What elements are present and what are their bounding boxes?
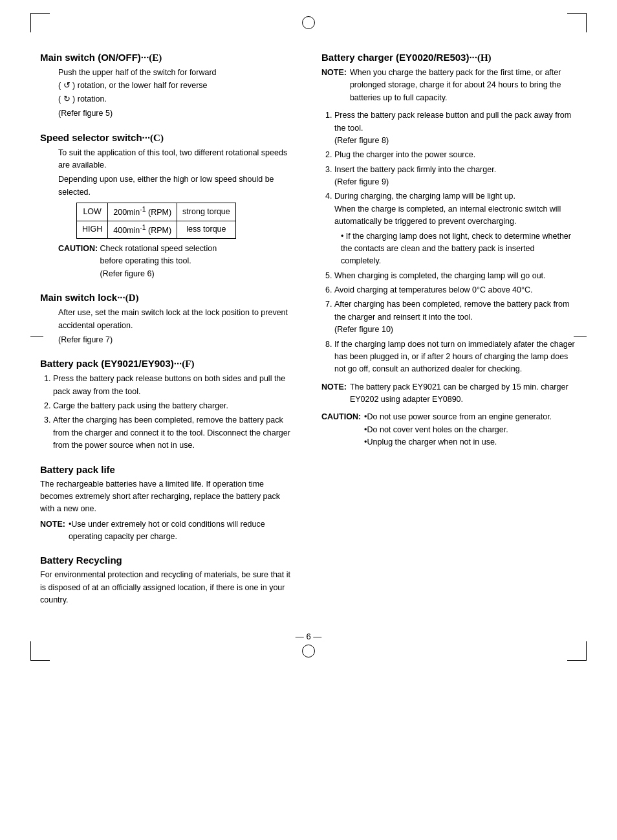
left-column: Main switch (ON/OFF)···(E) Push the uppe… [37, 52, 299, 619]
section-battery-pack: Battery pack (EY9021/EY903)···(F) Press … [40, 358, 296, 452]
section-body-battery-recycling: For environmental protection and recycli… [40, 569, 296, 606]
note-text-battery-life: •Use under extremely hot or cold conditi… [69, 518, 296, 544]
section-body-speed-selector: To suit the application of this tool, tw… [58, 147, 296, 281]
note-label-charger2: NOTE: [321, 381, 347, 406]
section-title-speed-selector: Speed selector switch···(C) [40, 132, 296, 144]
charger-step5: When charging is completed, the charging… [334, 270, 577, 282]
corner-mark-bl [30, 641, 50, 661]
main-switch-text1: Push the upper half of the switch for fo… [58, 67, 296, 105]
charger-note-top: NOTE: When you charge the battery pack f… [321, 67, 577, 104]
page-number: 6 [306, 632, 310, 641]
section-title-battery-recycling: Battery Recycling [40, 555, 296, 566]
symbol-f: (F) [182, 359, 194, 369]
speed-row-high: HIGH 400min-1 (RPM) less torque [77, 221, 236, 239]
page: Main switch (ON/OFF)···(E) Push the uppe… [30, 13, 587, 661]
symbol-d: (D) [125, 293, 139, 303]
section-speed-selector: Speed selector switch···(C) To suit the … [40, 132, 296, 281]
note-text-charger2: The battery pack EY9021 can be charged b… [350, 381, 577, 406]
caution-label-speed: CAUTION: [58, 243, 100, 280]
speed-intro1: To suit the application of this tool, tw… [58, 147, 296, 172]
charger-note2: NOTE: The battery pack EY9021 can be cha… [321, 381, 577, 406]
main-switch-refer: (Refer figure 5) [58, 107, 296, 120]
section-body-battery-pack: Press the battery pack release buttons o… [40, 373, 296, 452]
section-title-main-switch-lock: Main switch lock···(D) [40, 292, 296, 304]
two-column-content: Main switch (ON/OFF)···(E) Push the uppe… [37, 52, 580, 619]
section-main-switch-lock: Main switch lock···(D) After use, set th… [40, 292, 296, 346]
page-number-dash-right: — [313, 632, 321, 641]
section-title-battery-charger: Battery charger (EY0020/RE503)···(H) [321, 52, 577, 63]
speed-table: LOW 200min-1 (RPM) strong torque HIGH 40… [76, 203, 236, 239]
battery-pack-step2: Carge the battery pack using the battery… [53, 400, 296, 412]
speed-intro2: Depending upon use, either the high or l… [58, 173, 296, 199]
speed-high-rpm: 400min-1 (RPM) [108, 221, 177, 239]
speed-low-rpm: 200min-1 (RPM) [108, 203, 177, 221]
battery-life-text: The rechargeable batteries have a limite… [40, 478, 296, 516]
charger-step4-bullet1: If the charging lamp does not light, che… [341, 230, 577, 268]
charger-step6: Avoid charging at temperatures below 0°C… [334, 284, 577, 296]
caution-charger-bullet3: •Unplug the charger when not in use. [364, 437, 497, 447]
main-switch-lock-refer: (Refer figure 7) [58, 334, 296, 346]
battery-pack-step3: After the charging has been completed, r… [53, 414, 296, 452]
section-body-main-switch: Push the upper half of the switch for fo… [58, 67, 296, 120]
symbol-c: (C) [150, 133, 164, 143]
section-title-main-switch: Main switch (ON/OFF)···(E) [40, 52, 296, 63]
note-label-battery-life: NOTE: [40, 518, 65, 544]
charger-step2: Plug the charger into the power source. [334, 149, 577, 161]
side-mark-right [574, 337, 587, 337]
battery-pack-steps: Press the battery pack release buttons o… [53, 373, 296, 452]
section-title-battery-pack-life: Battery pack life [40, 464, 296, 475]
bottom-registration-mark [302, 645, 315, 658]
corner-mark-tl [30, 13, 50, 32]
battery-pack-step1: Press the battery pack release buttons o… [53, 373, 296, 398]
caution-charger-bullet2: •Do not cover vent holes on the charger. [364, 425, 508, 434]
charger-step3: Insert the battery pack firmly into the … [334, 164, 577, 189]
charger-step8: If the charging lamp does not turn on im… [334, 338, 577, 376]
caution-label-charger: CAUTION: [321, 411, 361, 423]
symbol-e: (E) [149, 52, 162, 63]
symbol-h: (H) [477, 52, 492, 63]
section-battery-pack-life: Battery pack life The rechargeable batte… [40, 464, 296, 544]
battery-life-note: NOTE: •Use under extremely hot or cold c… [40, 518, 296, 544]
section-battery-recycling: Battery Recycling For environmental prot… [40, 555, 296, 606]
battery-recycling-text: For environmental protection and recycli… [40, 569, 296, 606]
speed-caution: CAUTION: Check rotational speed selectio… [58, 243, 296, 280]
corner-mark-tr [567, 13, 587, 32]
section-body-battery-pack-life: The rechargeable batteries have a limite… [40, 478, 296, 544]
speed-row-low: LOW 200min-1 (RPM) strong torque [77, 203, 236, 221]
section-body-main-switch-lock: After use, set the main switch lock at t… [58, 307, 296, 346]
top-registration-mark [302, 16, 315, 29]
charger-steps: Press the battery pack release button an… [334, 109, 577, 376]
main-switch-lock-text: After use, set the main switch lock at t… [58, 307, 296, 332]
note-label-charger-top: NOTE: [321, 67, 347, 104]
speed-low-label: LOW [77, 203, 108, 221]
page-footer: — 6 — [37, 632, 580, 641]
corner-mark-br [567, 641, 587, 661]
caution-text-charger: •Do not use power source from an engine … [364, 411, 552, 448]
speed-low-torque: strong torque [177, 203, 236, 221]
speed-high-label: HIGH [77, 221, 108, 239]
section-title-battery-pack: Battery pack (EY9021/EY903)···(F) [40, 358, 296, 370]
caution-text-speed: Check rotational speed selectionbefore o… [100, 243, 217, 280]
page-number-dash-left: — [296, 632, 307, 641]
side-mark-left [30, 337, 43, 337]
speed-high-torque: less torque [177, 221, 236, 239]
charger-step7: After charging has been completed, remov… [334, 298, 577, 336]
charger-step4-bullets: If the charging lamp does not light, che… [341, 230, 577, 268]
note-text-charger-top: When you charge the battery pack for the… [350, 67, 577, 104]
caution-charger-bullet1: •Do not use power source from an engine … [364, 412, 552, 421]
charger-step4: During charging, the charging lamp will … [334, 190, 577, 267]
charger-step1: Press the battery pack release button an… [334, 109, 577, 147]
right-column: Battery charger (EY0020/RE503)···(H) NOT… [318, 52, 580, 619]
section-body-battery-charger: NOTE: When you charge the battery pack f… [321, 67, 577, 449]
section-battery-charger: Battery charger (EY0020/RE503)···(H) NOT… [321, 52, 577, 449]
section-main-switch: Main switch (ON/OFF)···(E) Push the uppe… [40, 52, 296, 120]
charger-caution: CAUTION: •Do not use power source from a… [321, 411, 577, 448]
